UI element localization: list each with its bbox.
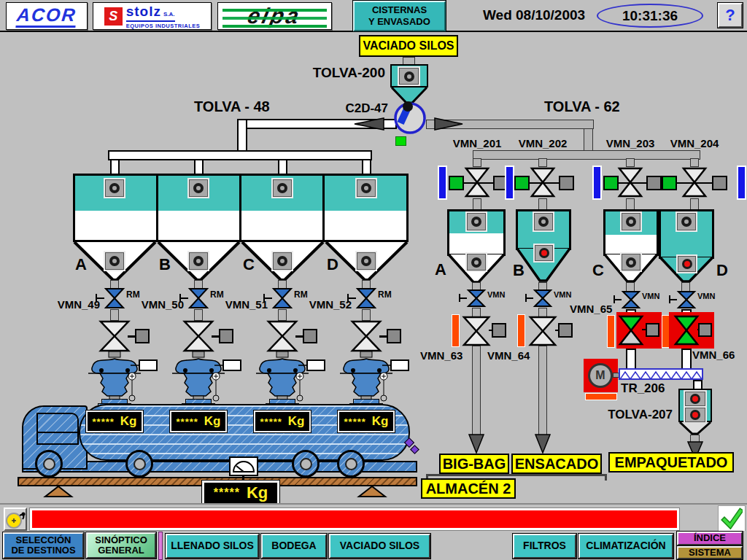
discharge-arrow-icon	[467, 435, 486, 454]
pipe	[690, 198, 699, 210]
pipe	[681, 349, 692, 370]
vmn-204-valve[interactable]	[681, 166, 708, 198]
pipe	[237, 119, 247, 152]
c2d-47-diverter-valve[interactable]	[392, 101, 427, 136]
nav-llenado-silos[interactable]: LLENADO SILOS	[166, 534, 259, 559]
vmn-65-valve[interactable]	[618, 314, 644, 346]
status-bar-orange	[662, 316, 669, 347]
weight-value: *****	[93, 416, 115, 427]
actuator-box	[698, 323, 712, 337]
tank-rear-valve	[410, 445, 419, 454]
pipe	[538, 346, 547, 438]
silo-b-vmn-valve[interactable]	[533, 289, 552, 308]
vmn-51-valve[interactable]	[272, 287, 293, 309]
valve-stem	[669, 295, 670, 303]
nav-indice[interactable]: ÍNDICE	[677, 532, 743, 545]
nav-label: ÍNDICE	[694, 533, 726, 543]
nav-label: VACIADO SILOS	[340, 540, 419, 551]
level-sensor	[105, 179, 124, 197]
level-sensor	[622, 254, 640, 271]
alarm-ack-button[interactable]	[4, 508, 27, 531]
vmn-49-valve[interactable]	[104, 287, 125, 309]
vmn-52-valve[interactable]	[356, 287, 376, 309]
nav-vaciado-silos[interactable]: VACIADO SILOS	[329, 534, 430, 559]
valve-stem	[615, 299, 622, 300]
nav-seleccion-destinos[interactable]: SELECCIÓN DE DESTINOS	[3, 532, 84, 559]
weight-unit: Kg	[204, 414, 221, 429]
pipe	[584, 128, 593, 152]
level-sensor-alarm	[685, 392, 705, 406]
manual-valve[interactable]	[266, 319, 298, 353]
vmn-66-valve[interactable]	[673, 314, 700, 346]
pipe-manifold	[108, 150, 372, 160]
discharge-arrow-icon	[533, 435, 552, 454]
level-sensor-alarm	[685, 408, 705, 422]
weight-value: *****	[344, 416, 366, 427]
valve-tag: RM	[294, 290, 308, 300]
valve-tag: RM	[378, 290, 392, 300]
truck-wheel	[125, 450, 153, 478]
vmn-203-valve[interactable]	[617, 166, 643, 198]
nav-filtros[interactable]: FILTROS	[513, 534, 576, 559]
silo-d-vmn-valve[interactable]	[677, 290, 696, 309]
level-sensor	[189, 252, 208, 270]
truck-wheel	[337, 450, 365, 478]
pipe	[278, 159, 287, 175]
manual-valve[interactable]	[98, 319, 131, 353]
status-box-green	[603, 176, 619, 190]
valve-tag: VMN	[554, 291, 571, 300]
pipe-manifold	[473, 150, 700, 160]
silo-letter: B	[159, 255, 171, 274]
tolva-62-label: TOLVA - 62	[544, 99, 620, 114]
nav-sistema[interactable]: SISTEMA	[677, 546, 743, 559]
silo-a-vmn-valve[interactable]	[467, 289, 486, 308]
vmn-202-valve[interactable]	[530, 166, 556, 198]
date-text: Wed 08/10/2003	[483, 8, 585, 23]
pipe	[538, 198, 547, 210]
actuator-box	[559, 176, 574, 190]
footer-nav: SELECCIÓN DE DESTINOS SINÓPTICO GENERAL …	[0, 531, 747, 560]
help-button[interactable]: ?	[718, 3, 743, 28]
pipe	[626, 198, 635, 210]
manual-valve[interactable]	[182, 319, 214, 353]
vmn-63-valve[interactable]	[462, 315, 491, 347]
time-text: 10:31:36	[622, 9, 678, 23]
tr-206-label: TR_206	[621, 382, 665, 395]
level-sensor	[357, 179, 376, 197]
stolz-logo-text: stolz	[126, 4, 161, 20]
valve-stem	[460, 298, 467, 299]
nav-climatizacion[interactable]: CLIMATIZACIÓN	[578, 534, 673, 559]
valve-stem	[670, 299, 677, 300]
vmn-201-valve[interactable]	[464, 166, 490, 198]
acor-logo-text: ACOR	[16, 4, 78, 28]
status-bar-orange	[452, 315, 459, 346]
alarm-ok-button[interactable]	[718, 505, 746, 532]
elpa-stripe	[222, 17, 327, 20]
compartment-weight-display: ***** Kg	[254, 411, 311, 432]
destination-empaquetado: EMPAQUETADO	[608, 452, 734, 472]
weight-unit: Kg	[288, 414, 305, 429]
valve-tag: RM	[210, 290, 224, 300]
manual-valve[interactable]	[350, 319, 382, 353]
screw-conveyor	[619, 368, 703, 380]
stand-line	[605, 474, 607, 481]
valve-tag: VMN	[697, 292, 715, 301]
status-bar-orange	[518, 315, 525, 346]
stolz-sub-text: EQUIPOS INDUSTRIALES	[126, 23, 201, 29]
vmn-50-valve[interactable]	[188, 287, 209, 309]
page-title-button[interactable]: CISTERNAS Y ENVASADO	[353, 1, 446, 31]
silo-c-vmn-valve[interactable]	[622, 290, 640, 309]
acor-logo: ACOR	[6, 2, 88, 30]
total-weight-display: ***** Kg	[202, 481, 279, 505]
silo-divider	[156, 176, 158, 240]
nav-sinoptico-general[interactable]: SINÓPTICO GENERAL	[86, 532, 156, 559]
weight-value: *****	[260, 416, 282, 427]
level-sensor-alarm	[535, 245, 553, 261]
nav-bodega[interactable]: BODEGA	[261, 534, 327, 559]
flow-arrow-left-icon	[355, 117, 384, 131]
compartment-weight-display: ***** Kg	[86, 411, 143, 432]
weighbridge-fulcrum	[359, 486, 385, 497]
motor-icon[interactable]: M	[588, 363, 613, 388]
vmn-64-valve[interactable]	[528, 315, 557, 347]
weight-value: *****	[177, 416, 198, 427]
